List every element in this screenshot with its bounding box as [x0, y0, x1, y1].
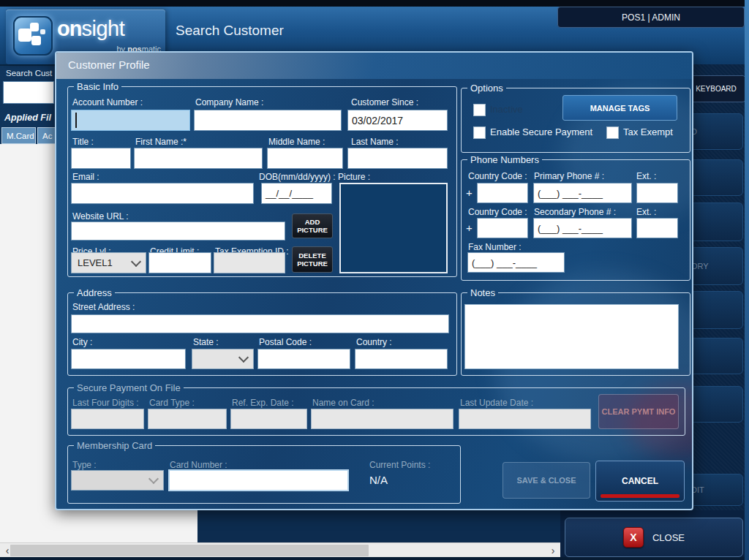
cancel-red-underline [601, 494, 680, 498]
ext-label-2: Ext. : [636, 207, 656, 217]
keyboard-button[interactable]: KEYBOARD [686, 75, 746, 102]
secure-payment-legend: Secure Payment On File [74, 382, 184, 393]
station-user-badge[interactable]: POS1 | ADMIN [557, 7, 745, 28]
scroll-right-arrow-icon[interactable]: › [547, 544, 559, 557]
secondary-phone-label: Secondary Phone # : [534, 207, 616, 217]
membership-legend: Membership Card [74, 440, 155, 451]
price-level-select[interactable]: LEVEL1 [71, 252, 146, 273]
street-address-input[interactable] [71, 314, 449, 333]
window-right-edge [745, 0, 749, 560]
dob-label: DOB(mm/dd/yyyy) : [259, 172, 336, 182]
clear-payment-info-button: CLEAR PYMT INFO [598, 394, 679, 429]
state-select[interactable] [192, 349, 254, 369]
country-code-input-2[interactable] [477, 218, 528, 238]
ext-label-1: Ext. : [636, 171, 656, 181]
window-bottom-edge [0, 557, 749, 560]
company-name-label: Company Name : [195, 97, 263, 107]
tax-exempt-checkbox[interactable] [606, 126, 619, 139]
scrollbar-thumb[interactable] [10, 545, 369, 556]
page-title: Search Customer [176, 23, 284, 39]
ext-input-1[interactable] [636, 183, 678, 203]
search-customer-label: Search Cust [6, 69, 52, 77]
ref-exp-date-label: Ref. Exp. Date : [232, 398, 294, 408]
card-number-label: Card Number : [170, 460, 227, 470]
basic-info-legend: Basic Info [74, 81, 121, 92]
chevron-down-icon [131, 256, 141, 266]
customer-since-label: Customer Since : [351, 97, 418, 107]
manage-tags-button[interactable]: MANAGE TAGS [562, 95, 677, 121]
email-label: Email : [72, 172, 99, 182]
last-update-date-input [459, 409, 591, 429]
name-on-card-label: Name on Card : [312, 398, 374, 408]
picture-box [339, 183, 448, 273]
primary-phone-label: Primary Phone # : [534, 171, 604, 181]
city-input[interactable] [71, 349, 186, 369]
title-label: Title : [72, 137, 94, 147]
account-number-input[interactable] [71, 110, 190, 131]
logo-square [30, 23, 39, 31]
chevron-down-icon [238, 352, 249, 363]
country-code-label-2: Country Code : [468, 207, 527, 217]
state-label: State : [193, 337, 219, 347]
close-button[interactable]: X CLOSE [565, 518, 743, 557]
save-and-close-button: SAVE & CLOSE [503, 462, 590, 499]
applied-filters-label: Applied Fil [4, 113, 51, 123]
secondary-phone-input[interactable]: (___) ___-____ [533, 218, 632, 238]
horizontal-scrollbar[interactable]: ‹ › [0, 542, 560, 558]
last-four-digits-label: Last Four Digits : [72, 398, 139, 408]
card-number-input[interactable] [168, 469, 349, 491]
customer-profile-dialog: Customer Profile Basic Info Options Phon… [55, 51, 693, 510]
last-name-input[interactable] [347, 148, 448, 169]
logo-square [18, 29, 31, 42]
postal-code-label: Postal Code : [259, 337, 312, 347]
card-type-input [148, 409, 227, 429]
company-name-input[interactable] [194, 110, 342, 131]
fax-number-input[interactable]: (___) ___-____ [467, 252, 565, 273]
cancel-button[interactable]: CANCEL [595, 461, 685, 502]
close-button-label: CLOSE [652, 532, 685, 543]
postal-code-input[interactable] [257, 349, 350, 369]
dialog-titlebar[interactable] [56, 53, 692, 79]
plus-prefix-1: + [466, 186, 473, 199]
card-type-label: Card Type : [149, 398, 195, 408]
delete-picture-button[interactable]: DELETE PICTURE [292, 246, 333, 273]
ref-exp-date-input [230, 409, 307, 429]
credit-limit-input[interactable] [148, 252, 211, 273]
website-url-label: Website URL : [72, 211, 129, 222]
last-update-date-label: Last Update Date : [460, 398, 533, 408]
text-caret [75, 113, 77, 128]
price-level-value: LEVEL1 [78, 257, 113, 268]
first-name-input[interactable] [134, 148, 263, 169]
current-points-value: N/A [369, 474, 388, 486]
column-header-mcard[interactable]: M.Card [1, 127, 36, 144]
enable-secure-payment-checkbox[interactable] [473, 126, 486, 139]
app-window: onsight by posmatic Search Customer POS1… [0, 0, 749, 560]
primary-phone-input[interactable]: (___) ___-____ [533, 183, 632, 203]
inactive-checkbox[interactable] [473, 104, 486, 116]
logo-square [31, 36, 41, 45]
add-picture-button[interactable]: ADD PICTURE [292, 213, 333, 238]
ext-input-2[interactable] [636, 218, 678, 238]
country-label: Country : [356, 337, 392, 347]
search-input[interactable] [3, 81, 54, 104]
dialog-title: Customer Profile [68, 58, 150, 71]
country-input[interactable] [355, 349, 448, 369]
fax-number-label: Fax Number : [468, 242, 522, 252]
customer-since-input[interactable]: 03/02/2017 [347, 110, 448, 131]
notes-textarea[interactable] [464, 304, 679, 369]
first-name-label: First Name :* [135, 137, 187, 147]
country-code-input-1[interactable] [477, 183, 528, 203]
brand-wordmark: onsight [57, 17, 124, 41]
middle-name-input[interactable] [267, 148, 343, 169]
title-input[interactable] [71, 148, 131, 169]
email-input[interactable] [71, 183, 254, 204]
picture-label: Picture : [338, 172, 370, 182]
enable-secure-payment-label: Enable Secure Payment [490, 126, 592, 137]
dob-input[interactable]: __/__/____ [261, 183, 332, 204]
notes-legend: Notes [467, 287, 498, 298]
name-on-card-input [311, 409, 453, 429]
close-x-icon: X [623, 527, 644, 548]
website-url-input[interactable] [71, 222, 285, 241]
address-legend: Address [74, 287, 115, 298]
onsight-logo-icon [13, 16, 53, 56]
